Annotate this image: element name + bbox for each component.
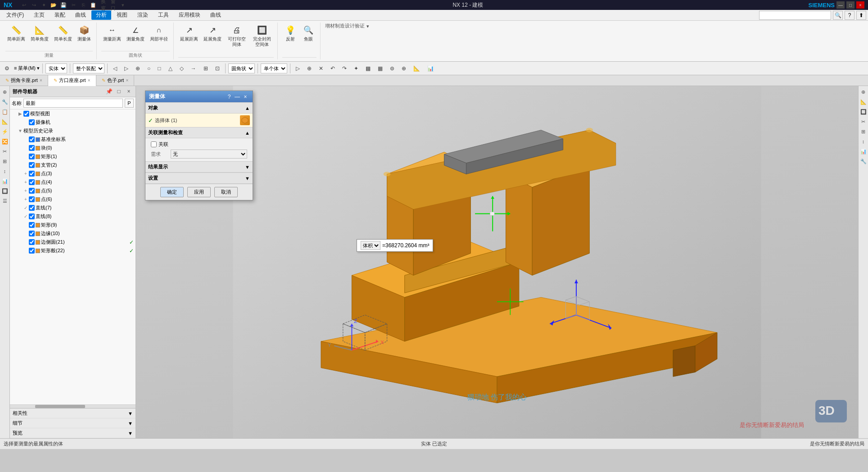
settings-icon-btn[interactable]: ⚙: [2, 63, 12, 74]
li-btn7[interactable]: ✂: [1, 147, 9, 155]
open-btn[interactable]: 📂: [49, 0, 58, 9]
tb-tool9[interactable]: ⊚: [387, 63, 397, 74]
expand-btn[interactable]: ⬆: [856, 11, 866, 20]
switch-win-btn[interactable]: 切换窗口: [99, 0, 108, 9]
fisheye-btn[interactable]: 🔍 鱼眼: [300, 23, 316, 43]
li-btn11[interactable]: 🔲: [1, 187, 9, 195]
tree-model-history[interactable]: ▼ 模型历史记录: [10, 127, 136, 135]
tb-btn9[interactable]: ⊞: [201, 63, 211, 74]
dialog-ok-btn[interactable]: 确定: [160, 187, 184, 197]
menu-assembly[interactable]: 装配: [50, 10, 70, 20]
menu-curve[interactable]: 曲线: [71, 10, 90, 20]
rp-btn7[interactable]: 📊: [859, 147, 868, 155]
rp-btn8[interactable]: 🔧: [859, 157, 868, 165]
chk-edge10[interactable]: [29, 231, 35, 236]
save-btn[interactable]: 💾: [59, 0, 68, 9]
rp-btn2[interactable]: 📐: [859, 98, 868, 106]
section-header-detail[interactable]: 细节 ▼: [10, 418, 136, 428]
dialog-title[interactable]: 测量体 ? — ×: [145, 91, 253, 102]
sidebar-search-input[interactable]: [23, 99, 123, 108]
menu-view[interactable]: 视图: [112, 10, 132, 20]
tb-tool4[interactable]: ↶: [328, 63, 338, 74]
local-radius-btn[interactable]: ∩ 局部半径: [148, 23, 170, 43]
measure-angle-btn[interactable]: ∠ 测量角度: [125, 23, 146, 43]
window-btn[interactable]: 窗口: [108, 0, 118, 9]
tb-tool2[interactable]: ⊕: [304, 63, 314, 74]
rp-btn4[interactable]: ✂: [859, 118, 868, 126]
tb-tool5[interactable]: ↷: [339, 63, 349, 74]
rp-btn5[interactable]: ⊞: [859, 127, 868, 136]
tree-model-views[interactable]: ▶ 模型视图: [10, 109, 136, 118]
search-button[interactable]: 🔍: [833, 11, 843, 20]
tree-block0[interactable]: 块(0): [10, 144, 136, 152]
tree-point6[interactable]: + 点(6): [10, 195, 136, 204]
li-btn4[interactable]: 📐: [1, 118, 9, 126]
li-btn8[interactable]: ⊞: [1, 157, 9, 165]
dialog-section-result[interactable]: 结果显示 ▼: [145, 161, 253, 172]
chk-block0[interactable]: [29, 145, 35, 151]
chk-camera[interactable]: [29, 119, 35, 125]
tb-btn10[interactable]: ⊡: [212, 63, 222, 74]
measure-distance-btn[interactable]: ↔ 测量距离: [101, 23, 123, 43]
section-header-correlation[interactable]: 相关性 ▼: [10, 408, 136, 418]
closed-space-btn[interactable]: 🔲 完全封闭空间体: [250, 23, 274, 49]
li-btn3[interactable]: 📋: [1, 108, 9, 116]
dialog-cancel-btn[interactable]: 取消: [214, 187, 238, 197]
rp-btn1[interactable]: ⊕: [859, 88, 868, 96]
chk-point4[interactable]: [29, 179, 35, 185]
chk-line7[interactable]: [29, 205, 35, 211]
undo-btn[interactable]: ↩: [19, 0, 28, 9]
chk-line8[interactable]: [29, 213, 35, 219]
simple-length-btn[interactable]: 📏 简单长度: [52, 23, 74, 43]
dropdown-btn[interactable]: ▾: [118, 0, 127, 9]
tree-rectshape22[interactable]: 矩形般(22) ✓: [10, 246, 136, 255]
tb-tool7[interactable]: ▩: [363, 63, 373, 74]
tree-base-coord[interactable]: 基准坐标系: [10, 135, 136, 144]
tree-point3[interactable]: + 点(3): [10, 169, 136, 178]
chk-point3[interactable]: [29, 171, 35, 177]
chk-ec21[interactable]: [29, 239, 35, 245]
minimize-btn[interactable]: —: [836, 1, 845, 9]
help-btn[interactable]: ?: [845, 11, 854, 20]
tab-close-1[interactable]: ×: [40, 78, 42, 83]
tb-tool8[interactable]: ▦: [375, 63, 385, 74]
require-select[interactable]: 无: [171, 150, 247, 159]
chk-support2[interactable]: [29, 162, 35, 168]
tab-close-3[interactable]: ×: [126, 78, 128, 83]
li-btn5[interactable]: ⚡: [1, 127, 9, 136]
redo-btn[interactable]: ↪: [29, 0, 38, 9]
filter-select[interactable]: 圆角状: [228, 64, 255, 73]
tb-tool12[interactable]: 📊: [425, 63, 437, 74]
chk-rect1[interactable]: [29, 154, 35, 159]
search-input[interactable]: [759, 11, 831, 20]
li-btn1[interactable]: ⊕: [1, 88, 9, 96]
paste-btn[interactable]: 📋: [89, 0, 98, 9]
chk-associate[interactable]: [151, 141, 157, 147]
sidebar-max-btn[interactable]: □: [115, 87, 123, 95]
tab-shazi[interactable]: ✎ 色子.prt ×: [96, 75, 135, 86]
li-btn9[interactable]: ↕: [1, 167, 9, 175]
tab-jiaojuanka[interactable]: ✎ 拐角卡座.prt ×: [0, 75, 48, 86]
tree-line7[interactable]: ✓ 直线(7): [10, 204, 136, 212]
sidebar-scrollbar[interactable]: [10, 404, 136, 408]
rp-btn6[interactable]: ↕: [859, 137, 868, 145]
dialog-section-related[interactable]: 关联测量和检查 ▲: [145, 127, 253, 138]
menu-analysis[interactable]: 分析: [91, 10, 111, 20]
tb-btn5[interactable]: □: [155, 63, 163, 74]
tree-line8[interactable]: ✓ 直线(8): [10, 212, 136, 221]
sidebar-close-btn[interactable]: ×: [125, 87, 133, 95]
tree-point5[interactable]: + 点(5): [10, 186, 136, 195]
menu-apps[interactable]: 应用模块: [174, 10, 205, 20]
reflect-btn[interactable]: 💡 反射: [282, 23, 298, 43]
chk-point5[interactable]: [29, 188, 35, 194]
extend-distance-btn[interactable]: ↗ 延展距离: [178, 23, 200, 43]
section-header-preview[interactable]: 预览 ▼: [10, 428, 136, 438]
new-btn[interactable]: ✦: [39, 0, 48, 9]
tb-btn3[interactable]: ⊕: [133, 63, 143, 74]
cut-btn[interactable]: ✂: [69, 0, 78, 9]
extend-angle-btn[interactable]: ↗ 延展角度: [202, 23, 223, 43]
sidebar-pin-btn[interactable]: 📌: [105, 87, 113, 95]
dialog-section-object[interactable]: 对象 ▲: [145, 102, 253, 113]
chk-basecoord[interactable]: [29, 136, 35, 142]
simple-distance-btn[interactable]: 📏 简单距离: [5, 23, 27, 43]
